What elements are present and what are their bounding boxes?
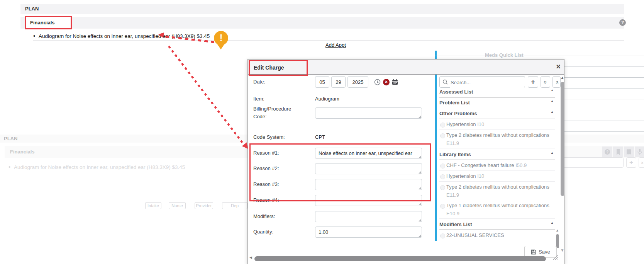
chevrons-down-icon: »	[539, 81, 551, 84]
section-modifiers-list[interactable]: Modifiers List ▲	[439, 219, 555, 230]
resize-grip[interactable]	[419, 187, 421, 189]
problem-code: E11.9	[446, 140, 459, 146]
collapse-icon[interactable]: ▲	[551, 221, 554, 225]
faded-divider-right	[564, 173, 633, 173]
faded-divider-left	[37, 173, 248, 173]
reason4-input[interactable]	[315, 195, 422, 206]
library-name: Hypertension	[446, 173, 476, 179]
radio-icon[interactable]	[440, 133, 445, 138]
modal-title: Edit Charge	[254, 61, 284, 74]
problem-code: I10	[477, 121, 484, 127]
library-item[interactable]: Hypertension I10	[439, 171, 555, 182]
date-year-input[interactable]	[347, 76, 368, 88]
section-problem-list[interactable]: Problem List ▲	[439, 97, 555, 108]
modifiers-input[interactable]	[315, 211, 422, 222]
horizontal-scrollbar-thumb[interactable]	[254, 256, 546, 261]
picker-search-box	[439, 76, 525, 88]
problem-item[interactable]: Hypertension I10	[439, 119, 555, 130]
library-item[interactable]: CHF - Congestive heart failure I50.9	[439, 160, 555, 171]
section-assessed-list[interactable]: Assessed List ▲	[439, 87, 555, 97]
vertical-scrollbar-thumb[interactable]	[561, 82, 564, 196]
clear-date-icon[interactable]: ×	[383, 79, 390, 85]
modifiers-label: Modifiers:	[253, 213, 300, 220]
section-library-items[interactable]: Library Items ▲	[439, 149, 555, 160]
search-input[interactable]	[450, 77, 524, 88]
time-clock-icon[interactable]	[374, 79, 381, 85]
collapse-icon[interactable]: ▲	[551, 110, 554, 114]
reason2-input[interactable]	[315, 163, 422, 174]
faded-tab-intake: Intake	[145, 202, 161, 209]
faded-charge-line-item: Audiogram for Noise effects on inner ear…	[14, 164, 185, 170]
collapse-all-button[interactable]: »	[541, 76, 550, 88]
plan-section-title: PLAN	[25, 4, 39, 14]
faded-tab-provider: Provider	[195, 202, 213, 209]
billing-code-input[interactable]	[315, 107, 422, 119]
divider	[33, 40, 624, 41]
inner-scroll-up-arrow[interactable]: ▲	[555, 228, 559, 232]
scroll-down-arrow[interactable]: ▼	[560, 248, 565, 252]
resize-grip[interactable]	[419, 155, 421, 158]
modifier-item[interactable]: 22-UNUSUAL SERVICES	[439, 230, 555, 241]
warning-pin-tail	[217, 44, 225, 49]
library-code: E10.9	[446, 211, 459, 216]
expand-all-button[interactable]: »	[552, 76, 561, 88]
library-name: Type 2 diabetes mellitus without complic…	[446, 184, 549, 190]
radio-icon[interactable]	[440, 185, 445, 190]
add-appt-link[interactable]: Add Appt	[325, 42, 346, 48]
radio-icon[interactable]	[440, 174, 445, 179]
warning-pin-exclamation: !	[214, 33, 228, 43]
problem-item[interactable]: Type 2 diabetes mellitus without complic…	[439, 130, 555, 148]
calendar-icon[interactable]	[391, 78, 398, 85]
section-other-problems[interactable]: Other Problems ▲	[439, 108, 555, 119]
radio-icon[interactable]	[440, 123, 445, 128]
library-name: Type 1 diabetes mellitus without complic…	[446, 203, 549, 208]
resize-grip[interactable]	[419, 219, 421, 221]
date-label: Date:	[253, 78, 300, 86]
annotation-box-edit-charge: Edit Charge	[249, 60, 308, 76]
reason3-label: Reason #3:	[253, 181, 300, 188]
reason1-label: Reason #1:	[253, 149, 300, 157]
faded-tab-dep: Dep	[222, 202, 247, 209]
library-item[interactable]: Type 2 diabetes mellitus without complic…	[439, 182, 555, 200]
section-title: Other Problems	[439, 111, 477, 116]
radio-icon[interactable]	[440, 233, 445, 238]
picker-panel-accent	[435, 75, 437, 241]
collapse-icon[interactable]: ▲	[551, 89, 554, 92]
scroll-left-arrow[interactable]: ◀	[249, 255, 252, 259]
resize-grip[interactable]	[419, 171, 421, 174]
collapse-icon[interactable]: ▲	[551, 151, 554, 155]
help-icon[interactable]: ?	[619, 19, 626, 26]
faded-financials-title: Financials	[10, 146, 35, 158]
resize-grip[interactable]	[419, 234, 421, 237]
library-code: I50.9	[515, 162, 527, 168]
modifier-name: 22-UNUSUAL SERVICES	[446, 232, 504, 238]
modal-title-divider	[552, 60, 552, 75]
resize-grip[interactable]	[419, 203, 421, 205]
date-day-input[interactable]	[331, 76, 346, 88]
annotation-arrowhead-charge	[158, 32, 164, 38]
resize-grip[interactable]	[419, 115, 421, 118]
quantity-input[interactable]	[315, 227, 422, 238]
section-title: Modifiers List	[439, 221, 472, 227]
add-item-button[interactable]: +	[528, 76, 538, 88]
reason2-label: Reason #2:	[253, 165, 300, 172]
financials-title: Financials	[30, 17, 55, 28]
library-item[interactable]: Type 1 diabetes mellitus without complic…	[439, 200, 555, 219]
reason4-label: Reason #4:	[253, 196, 300, 204]
reason1-input[interactable]	[315, 148, 422, 159]
radio-icon[interactable]	[440, 164, 445, 169]
item-value: Audiogram	[315, 95, 339, 103]
collapse-icon[interactable]: ▲	[551, 99, 554, 103]
warning-pin-icon: !	[214, 31, 228, 49]
radio-icon[interactable]	[440, 204, 445, 209]
faded-help-icon: ?	[602, 146, 612, 157]
scroll-up-arrow[interactable]: ▲	[560, 75, 565, 80]
faded-tab-nurse: Nurse	[169, 202, 186, 209]
save-icon	[531, 249, 536, 255]
faded-plan-title: PLAN	[4, 135, 17, 143]
financials-section-header: ?	[20, 17, 624, 29]
date-month-input[interactable]	[315, 76, 329, 88]
reason3-input[interactable]	[315, 179, 422, 190]
item-label: Item:	[253, 95, 300, 103]
modal-close-button[interactable]: ×	[552, 60, 564, 74]
